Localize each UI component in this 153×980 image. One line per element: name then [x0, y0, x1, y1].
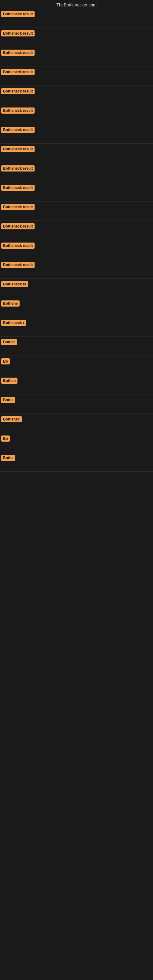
site-title: TheBottlenecker.com: [0, 0, 153, 9]
bottleneck-badge-17[interactable]: Bottleneck r: [1, 320, 26, 326]
bottleneck-badge-15[interactable]: Bottleneck re: [1, 281, 28, 287]
result-row: Bottle: [0, 452, 153, 472]
result-row: Bottleneck result: [0, 240, 153, 259]
result-row: Bottleneck result: [0, 221, 153, 240]
bottleneck-badge-24[interactable]: Bottle: [1, 455, 15, 461]
result-row: Bottleneck result: [0, 124, 153, 144]
bottleneck-badge-9[interactable]: Bottleneck result: [1, 165, 35, 172]
bottleneck-badge-1[interactable]: Bottleneck result: [1, 11, 35, 17]
result-row: Bottleneck result: [0, 202, 153, 221]
result-row: Bottleneck result: [0, 67, 153, 86]
bottleneck-badge-12[interactable]: Bottleneck result: [1, 223, 35, 229]
result-row: Bottleneck result: [0, 259, 153, 279]
bottleneck-badge-4[interactable]: Bottleneck result: [1, 69, 35, 75]
result-row: Bottlen: [0, 375, 153, 395]
result-row: Bo: [0, 433, 153, 452]
result-row: Bottleneck result: [0, 182, 153, 202]
results-container: Bottleneck resultBottleneck resultBottle…: [0, 9, 153, 472]
result-row: Bottleneck r: [0, 317, 153, 337]
bottleneck-badge-21[interactable]: Bottle: [1, 397, 15, 403]
result-row: Bottlene: [0, 298, 153, 317]
result-row: Bottleneck result: [0, 47, 153, 67]
result-row: Bottle: [0, 395, 153, 414]
bottleneck-badge-8[interactable]: Bottleneck result: [1, 146, 35, 152]
bottleneck-badge-2[interactable]: Bottleneck result: [1, 30, 35, 37]
bottleneck-badge-19[interactable]: Bo: [1, 358, 10, 364]
bottleneck-badge-20[interactable]: Bottlen: [1, 378, 18, 384]
bottleneck-badge-11[interactable]: Bottleneck result: [1, 204, 35, 210]
bottleneck-badge-6[interactable]: Bottleneck result: [1, 108, 35, 114]
result-row: Bottleneck result: [0, 86, 153, 105]
bottleneck-badge-7[interactable]: Bottleneck result: [1, 127, 35, 133]
result-row: Bottleneck result: [0, 28, 153, 47]
result-row: Bottleneck result: [0, 144, 153, 163]
bottleneck-badge-14[interactable]: Bottleneck result: [1, 262, 35, 268]
result-row: Bottleneck re: [0, 279, 153, 298]
result-row: Bottleneck result: [0, 163, 153, 182]
result-row: Bottlenec: [0, 414, 153, 433]
result-row: Bottler: [0, 337, 153, 356]
result-row: Bottleneck result: [0, 105, 153, 124]
bottleneck-badge-23[interactable]: Bo: [1, 436, 10, 442]
bottleneck-badge-22[interactable]: Bottlenec: [1, 416, 22, 422]
bottleneck-badge-13[interactable]: Bottleneck result: [1, 243, 35, 249]
bottleneck-badge-18[interactable]: Bottler: [1, 339, 17, 345]
result-row: Bottleneck result: [0, 9, 153, 28]
bottleneck-badge-3[interactable]: Bottleneck result: [1, 49, 35, 56]
result-row: Bo: [0, 356, 153, 375]
bottleneck-badge-10[interactable]: Bottleneck result: [1, 185, 35, 191]
bottleneck-badge-16[interactable]: Bottlene: [1, 301, 19, 307]
bottleneck-badge-5[interactable]: Bottleneck result: [1, 88, 35, 94]
